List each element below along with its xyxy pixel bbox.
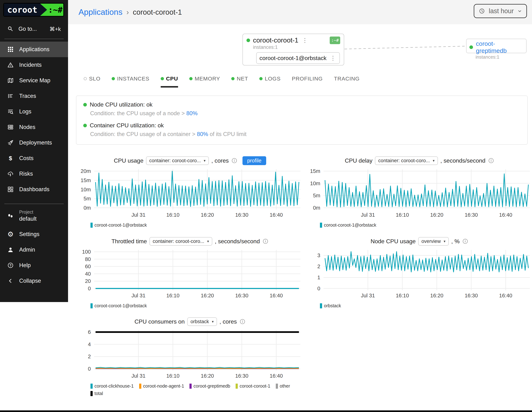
svg-text:?: ? [10, 263, 12, 267]
condition-text: Condition: the CPU usage of a node > [90, 110, 186, 116]
sidebar-item-label: Logs [19, 108, 31, 115]
svg-text:2: 2 [317, 263, 320, 269]
node-selector[interactable]: orbstack▾ [187, 318, 217, 326]
sidebar-item-settings[interactable]: ⚙ Settings [0, 226, 68, 242]
sidebar-item-logs[interactable]: Logs [0, 104, 68, 119]
dropdown-arrow-icon: ▾ [204, 159, 206, 163]
report-tabs: SLO INSTANCES CPU MEMORY NET LOGS PROFIL… [84, 75, 360, 87]
tab-profiling[interactable]: PROFILING [292, 75, 323, 87]
grid-icon [7, 46, 14, 53]
dropdown-arrow-icon: ▾ [207, 239, 209, 243]
sidebar-item-help[interactable]: ? Help [0, 258, 68, 273]
series-color-swatch [90, 223, 93, 228]
threshold-link[interactable]: 80% [186, 110, 198, 116]
sidebar-item-deployments[interactable]: Deployments [0, 135, 68, 150]
tab-cpu[interactable]: CPU [161, 75, 178, 87]
sidebar-item-traces[interactable]: Traces [0, 88, 68, 104]
project-name: default [19, 215, 37, 222]
sidebar-item-label: Costs [19, 155, 33, 161]
legend-item[interactable]: coroot-node-agent-1 [139, 384, 184, 389]
svg-text:$: $ [9, 155, 12, 161]
chart-unit: , seconds/second [215, 238, 260, 245]
svg-text:16:20: 16:20 [201, 373, 214, 379]
sidebar-item-admin[interactable]: Admin [0, 242, 68, 258]
info-icon[interactable] [488, 158, 494, 164]
selector-value: container: coroot-coro... [149, 158, 201, 163]
tab-net[interactable]: NET [231, 75, 248, 87]
instance-item[interactable]: coroot-coroot-1@orbstack ⋮ [256, 52, 340, 64]
cpu-usage-plot: 0m5m10m15m20mJul 3116:1016:2016:3016:40 [76, 167, 302, 220]
info-icon[interactable] [262, 238, 268, 244]
legend-item[interactable]: total [90, 391, 103, 396]
view-selector[interactable]: overview▾ [418, 237, 449, 246]
legend-item[interactable]: coroot-coroot-1@orbstack [90, 303, 147, 308]
coroot-logo[interactable]: coroot :~# [3, 3, 64, 17]
tab-slo[interactable]: SLO [84, 75, 100, 87]
tab-tracing[interactable]: TRACING [334, 75, 360, 87]
svg-text:16:20: 16:20 [430, 212, 444, 218]
sidebar-item-risks[interactable]: Risks [0, 166, 68, 182]
container-selector[interactable]: container: coroot-coro...▾ [146, 156, 209, 165]
check-node-cpu: Node CPU utilization: ok [83, 101, 520, 108]
tab-label: TRACING [334, 75, 360, 82]
svg-text:Jul 31: Jul 31 [131, 373, 145, 379]
kebab-menu-icon[interactable]: ⋮ [329, 55, 337, 62]
legend-label: orbstack [324, 303, 341, 308]
container-selector[interactable]: container: coroot-coro...▾ [375, 156, 438, 165]
peer-app-link[interactable]: coroot-greptimedb [476, 40, 523, 54]
legend-item[interactable]: other [276, 384, 290, 389]
svg-text:10m: 10m [81, 187, 91, 192]
coroot-logo-text: coroot [4, 4, 47, 16]
legend-item[interactable]: coroot-coroot-1@orbstack [320, 223, 376, 228]
instances-count: instances:1 [475, 54, 523, 60]
sidebar-collapse[interactable]: Collapse [0, 273, 68, 289]
legend-item[interactable]: orbstack [320, 303, 341, 308]
profile-button[interactable]: profile [242, 156, 266, 165]
breadcrumb-applications-link[interactable]: Applications [78, 7, 123, 17]
info-icon[interactable] [239, 318, 246, 325]
svg-text:16:40: 16:40 [270, 212, 283, 218]
project-selector[interactable]: Project default [0, 204, 68, 226]
sidebar-item-service-map[interactable]: Service Map [0, 73, 68, 88]
kebab-menu-icon[interactable]: ⋮ [301, 37, 309, 44]
tab-instances[interactable]: INSTANCES [112, 75, 149, 87]
container-selector[interactable]: container: coroot-coro...▾ [150, 237, 212, 246]
check-condition: Condition: the CPU usage of a container … [90, 131, 520, 137]
threshold-link[interactable]: 80% [197, 131, 208, 137]
legend-item[interactable]: coroot-clickhouse-1 [90, 384, 134, 389]
info-icon[interactable] [462, 238, 468, 244]
time-range-picker[interactable]: last hour [474, 4, 527, 18]
legend-item[interactable]: coroot-coroot-1 [236, 384, 270, 389]
info-icon[interactable] [231, 158, 238, 164]
legend-item[interactable]: coroot-greptimedb [190, 384, 230, 389]
tab-memory[interactable]: MEMORY [189, 75, 220, 87]
check-title-text: Container CPU utilization: ok [90, 122, 164, 129]
svg-text:20m: 20m [81, 168, 91, 174]
svg-text:16:40: 16:40 [270, 293, 283, 299]
person-icon [7, 246, 14, 253]
chart-unit: , % [451, 238, 460, 245]
legend-label: coroot-coroot-1@orbstack [95, 223, 147, 228]
selector-value: container: coroot-coro... [378, 158, 430, 163]
tab-label: CPU [166, 75, 178, 82]
svg-text:16:10: 16:10 [166, 373, 180, 379]
tab-label: PROFILING [292, 75, 323, 82]
sidebar-item-applications[interactable]: Applications [0, 42, 68, 57]
chart-throttled-time: Throttled time container: coroot-coro...… [76, 235, 304, 308]
sidebar-item-costs[interactable]: $ Costs [0, 150, 68, 166]
sidebar-item-dashboards[interactable]: Dashboards [0, 182, 68, 197]
tab-status-dot [112, 77, 115, 80]
legend-item[interactable]: coroot-coroot-1@orbstack [90, 223, 147, 228]
sidebar-item-incidents[interactable]: Incidents [0, 57, 68, 73]
legend-label: coroot-coroot-1@orbstack [95, 303, 147, 308]
selector-value: orbstack [190, 319, 209, 325]
time-range-value: last hour [489, 7, 514, 15]
check-container-cpu: Container CPU utilization: ok [83, 122, 520, 129]
sidebar-item-nodes[interactable]: Nodes [0, 119, 68, 135]
tab-logs[interactable]: LOGS [259, 75, 280, 87]
goto-search[interactable]: Go to... ⌘+k [0, 26, 68, 32]
status-dot [469, 45, 473, 49]
dashboard-icon [7, 186, 14, 193]
selector-value: container: coroot-coro... [153, 239, 204, 244]
app-card-coroot-coroot-1: coroot-coroot-1 ⋮ :~# instances:1 coroot… [242, 34, 344, 66]
